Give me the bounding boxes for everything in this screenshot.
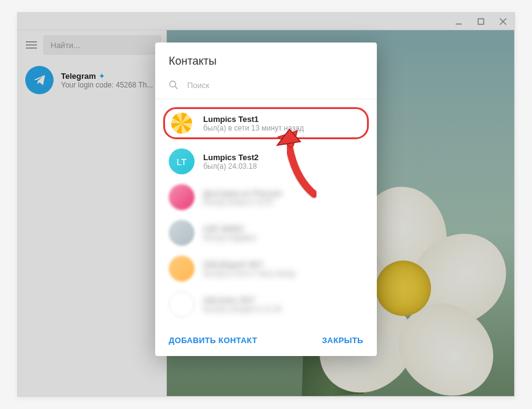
search-icon <box>169 80 179 90</box>
add-contact-button[interactable]: ДОБАВИТЬ КОНТАКТ <box>169 336 257 345</box>
contact-name: Lumpics Test1 <box>203 115 363 124</box>
contact-item[interactable]: Доставка из России был(а) вчера в 21:57 <box>155 179 377 215</box>
contact-name: Lumpics Test2 <box>203 153 363 162</box>
contact-text: Lumpics Test2 был(а) 24.03.18 <box>203 153 363 171</box>
contact-item[interactable]: ОКСАНА ЛКТ был(а) сегодня в 21:28 <box>155 286 377 322</box>
contact-avatar <box>169 256 195 281</box>
modal-footer: ДОБАВИТЬ КОНТАКТ ЗАКРЫТЬ <box>155 326 377 356</box>
contact-avatar <box>169 220 195 246</box>
contact-avatar <box>169 184 195 210</box>
contact-avatar <box>169 110 195 136</box>
contact-avatar <box>169 291 195 317</box>
contact-name: ЛИСИЦЫН ЛКТ <box>203 260 363 269</box>
contact-status: был(а) сегодня в 21:28 <box>203 305 363 314</box>
contact-status: был(а) вчера в 21:57 <box>203 198 363 206</box>
svg-line-8 <box>175 86 177 89</box>
close-button[interactable]: ЗАКРЫТЬ <box>322 336 363 345</box>
modal-search-row <box>155 76 377 99</box>
contact-text: СВТ МИКС был(а) недавно <box>203 224 363 242</box>
contact-item[interactable]: ЛИСИЦЫН ЛКТ был(а) в сети 2 часа назад <box>155 251 377 286</box>
contact-item[interactable]: СВТ МИКС был(а) недавно <box>155 215 377 251</box>
contact-text: Lumpics Test1 был(а) в сети 13 минут наз… <box>203 115 363 132</box>
app-window: Telegram ✦ Your login code: 45268 Th... … <box>17 12 515 397</box>
contact-item-lumpics-test2[interactable]: LT Lumpics Test2 был(а) 24.03.18 <box>155 144 377 179</box>
svg-point-7 <box>170 81 176 87</box>
contact-name: СВТ МИКС <box>203 224 363 233</box>
contact-text: Доставка из России был(а) вчера в 21:57 <box>203 188 363 206</box>
contact-list[interactable]: Lumpics Test1 был(а) в сети 13 минут наз… <box>155 99 377 326</box>
contact-item-lumpics-test1[interactable]: Lumpics Test1 был(а) в сети 13 минут наз… <box>161 105 371 141</box>
contact-status: был(а) недавно <box>203 233 363 242</box>
contact-avatar: LT <box>169 148 195 174</box>
modal-title: Контакты <box>155 43 377 76</box>
contact-name: Доставка из России <box>203 188 363 198</box>
contact-status: был(а) в сети 2 часа назад <box>203 269 363 278</box>
contact-status: был(а) 24.03.18 <box>203 162 363 171</box>
contact-text: ОКСАНА ЛКТ был(а) сегодня в 21:28 <box>203 296 363 314</box>
contact-text: ЛИСИЦЫН ЛКТ был(а) в сети 2 часа назад <box>203 260 363 278</box>
contact-name: ОКСАНА ЛКТ <box>203 296 363 305</box>
lumpics-icon <box>169 110 195 136</box>
contacts-modal: Контакты Lumpics Test1 был(а) в сети 13 … <box>155 43 377 356</box>
contact-search-input[interactable] <box>187 81 363 90</box>
modal-overlay[interactable]: Контакты Lumpics Test1 был(а) в сети 13 … <box>18 13 514 396</box>
contact-status: был(а) в сети 13 минут назад <box>203 124 363 132</box>
